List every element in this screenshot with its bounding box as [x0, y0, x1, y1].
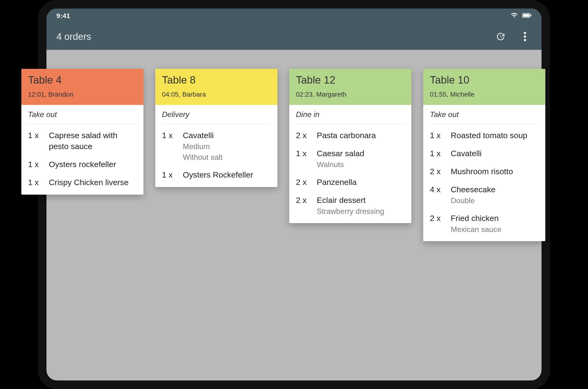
item-name: Eclair dessert — [317, 195, 384, 206]
order-card-header: Table 1202:23, Margareth — [289, 69, 411, 105]
item-qty: 2 x — [430, 213, 448, 224]
order-item: 2 xMushroom risotto — [430, 166, 539, 177]
item-name: Caprese salad with pesto sauce — [49, 130, 137, 152]
order-card-body: Take out1 xRoasted tomato soup1 xCavatel… — [423, 105, 545, 241]
order-item: 1 xCaprese salad with pesto sauce — [28, 130, 137, 152]
item-name: Cheesecake — [451, 184, 496, 195]
order-type: Delivery — [162, 110, 271, 124]
item-qty: 1 x — [28, 159, 47, 170]
order-item: 2 xEclair dessertStrawberry dressing — [296, 195, 405, 216]
item-qty: 1 x — [28, 130, 47, 141]
more-vert-icon[interactable] — [518, 30, 532, 43]
svg-rect-2 — [530, 14, 531, 16]
item-name: Roasted tomato soup — [451, 130, 527, 141]
order-item: 2 xFried chickenMexican sauce — [430, 213, 539, 234]
item-modifier: Double — [451, 195, 496, 206]
item-name: Oysters Rockefeller — [183, 169, 253, 180]
order-item: 1 xCaesar saladWalnuts — [296, 148, 405, 170]
item-modifier: Strawberry dressing — [317, 206, 384, 216]
order-card-header: Table 804:05, Barbara — [155, 69, 278, 105]
order-items: 1 xCaprese salad with pesto sauce1 xOyst… — [28, 130, 137, 188]
item-modifier: Mexican sauce — [451, 224, 501, 234]
order-card[interactable]: Table 1202:23, MargarethDine in2 xPasta … — [289, 69, 411, 223]
order-item: 1 xOysters Rockefeller — [162, 169, 271, 180]
status-bar: 9:41 — [47, 8, 541, 23]
svg-point-3 — [524, 32, 526, 34]
order-item: 1 xCavatelliMediumWithout salt — [162, 130, 271, 162]
status-time: 9:41 — [56, 12, 70, 20]
order-item: 1 xCavatelli — [430, 148, 539, 159]
order-title: Table 8 — [162, 74, 271, 86]
order-item: 1 xRoasted tomato soup — [430, 130, 539, 141]
order-item: 4 xCheesecakeDouble — [430, 184, 539, 206]
order-title: Table 12 — [296, 74, 405, 86]
order-meta: 01:55, Michelle — [430, 91, 539, 98]
appbar-title: 4 orders — [56, 31, 91, 42]
item-name: Crispy Chicken liverse — [49, 177, 129, 188]
order-meta: 02:23, Margareth — [296, 91, 405, 98]
item-qty: 2 x — [296, 177, 314, 188]
svg-rect-1 — [523, 14, 530, 17]
order-items: 1 xCavatelliMediumWithout salt1 xOysters… — [162, 130, 271, 180]
history-icon[interactable] — [494, 30, 507, 43]
item-qty: 4 x — [430, 184, 448, 195]
order-items: 2 xPasta carbonara1 xCaesar saladWalnuts… — [296, 130, 405, 216]
item-modifier: Medium — [183, 141, 223, 152]
item-name: Cavatelli — [183, 130, 223, 141]
order-title: Table 10 — [430, 74, 539, 86]
item-qty: 1 x — [28, 177, 47, 188]
order-card-body: Dine in2 xPasta carbonara1 xCaesar salad… — [289, 105, 411, 223]
order-type: Dine in — [296, 110, 405, 124]
order-card-header: Table 1001:55, Michelle — [423, 69, 545, 105]
order-title: Table 4 — [28, 74, 137, 86]
item-qty: 1 x — [430, 130, 448, 141]
order-card[interactable]: Table 412:01, BrandonTake out1 xCaprese … — [21, 69, 143, 194]
item-modifier: Without salt — [183, 152, 223, 162]
status-icons — [511, 12, 532, 20]
order-item: 2 xPanzenella — [296, 177, 405, 188]
order-card[interactable]: Table 1001:55, MichelleTake out1 xRoaste… — [423, 69, 545, 241]
item-name: Caesar salad — [317, 148, 364, 159]
svg-point-4 — [524, 35, 526, 38]
order-card-body: Delivery1 xCavatelliMediumWithout salt1 … — [155, 105, 278, 187]
order-card-body: Take out1 xCaprese salad with pesto sauc… — [21, 105, 143, 194]
svg-point-5 — [524, 39, 526, 41]
order-items: 1 xRoasted tomato soup1 xCavatelli2 xMus… — [430, 130, 539, 234]
item-name: Cavatelli — [451, 148, 481, 159]
item-qty: 1 x — [162, 130, 180, 141]
order-item: 2 xPasta carbonara — [296, 130, 405, 141]
order-item: 1 xCrispy Chicken liverse — [28, 177, 137, 188]
order-card[interactable]: Table 804:05, BarbaraDelivery1 xCavatell… — [155, 69, 278, 187]
item-qty: 1 x — [430, 148, 448, 159]
item-qty: 2 x — [296, 130, 314, 141]
item-name: Oysters rockefeller — [49, 159, 116, 170]
item-qty: 1 x — [296, 148, 314, 159]
item-qty: 1 x — [162, 169, 180, 180]
item-name: Fried chicken — [451, 213, 501, 224]
item-qty: 2 x — [296, 195, 314, 206]
item-qty: 2 x — [430, 166, 448, 177]
order-card-header: Table 412:01, Brandon — [21, 69, 143, 105]
order-item: 1 xOysters rockefeller — [28, 159, 137, 170]
battery-icon — [522, 12, 532, 20]
item-modifier: Walnuts — [317, 160, 364, 170]
order-meta: 12:01, Brandon — [28, 91, 137, 98]
wifi-icon — [511, 12, 518, 20]
orders-board: Table 412:01, BrandonTake out1 xCaprese … — [0, 69, 588, 241]
item-name: Pasta carbonara — [317, 130, 376, 141]
order-type: Take out — [430, 110, 539, 124]
item-name: Mushroom risotto — [451, 166, 513, 177]
item-name: Panzenella — [317, 177, 357, 188]
order-meta: 04:05, Barbara — [162, 91, 271, 98]
app-bar: 4 orders — [47, 23, 541, 50]
order-type: Take out — [28, 110, 137, 124]
